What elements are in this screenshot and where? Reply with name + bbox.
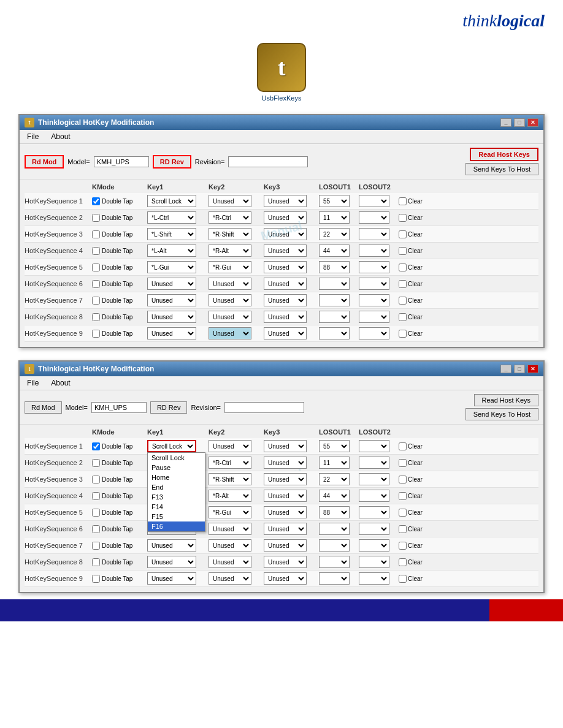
panel2-row7-key1-select[interactable]: Unused <box>147 539 196 552</box>
panel1-row7-key3-select[interactable]: Unused <box>264 294 307 306</box>
panel1-row3-clear-checkbox[interactable] <box>399 230 407 238</box>
panel2-model-input[interactable] <box>91 402 147 413</box>
panel2-menu-file[interactable]: File <box>25 378 41 388</box>
panel2-row5-key2-select[interactable]: *R-Gui <box>209 506 251 518</box>
panel1-row2-key3-select[interactable]: Unused <box>264 211 307 224</box>
panel2-row1-losout2-select[interactable] <box>359 440 389 452</box>
panel2-row8-checkbox[interactable] <box>92 558 100 566</box>
panel2-row3-losout1-select[interactable]: 22 <box>319 473 350 485</box>
panel1-row7-checkbox[interactable] <box>92 297 100 305</box>
panel2-dd-item-scrolllock[interactable]: Scroll Lock <box>148 453 205 463</box>
panel1-row5-checkbox[interactable] <box>92 264 100 271</box>
panel1-row5-losout2-select[interactable] <box>359 261 389 273</box>
panel1-row1-key1-select[interactable]: Scroll LockUnused <box>147 195 196 207</box>
panel2-maximize-button[interactable]: □ <box>514 365 525 373</box>
panel1-send-keys-button[interactable]: Send Keys To Host <box>465 163 538 175</box>
panel2-dd-item-f13[interactable]: F13 <box>148 492 205 502</box>
panel1-window-controls[interactable]: _ □ ✕ <box>500 118 538 127</box>
panel2-row1-key1-select[interactable]: Scroll Lock <box>147 440 196 452</box>
panel2-window-controls[interactable]: _ □ ✕ <box>500 365 538 373</box>
panel1-row6-clear-checkbox[interactable] <box>399 280 407 288</box>
panel2-row4-losout2-select[interactable] <box>359 490 389 502</box>
panel2-row5-losout1-select[interactable]: 88 <box>319 506 350 518</box>
panel1-row5-losout1-select[interactable]: 88 <box>319 261 350 273</box>
panel1-model-input[interactable] <box>94 156 149 167</box>
panel2-rdmod-button[interactable]: Rd Mod <box>25 401 62 414</box>
panel2-row6-losout1-select[interactable] <box>319 523 350 535</box>
panel1-row1-losout2-select[interactable] <box>359 195 389 207</box>
panel1-row1-key3-select[interactable]: Unused <box>264 195 307 207</box>
panel2-row6-key2-select[interactable]: Unused <box>209 523 251 535</box>
panel1-row9-key2-select[interactable]: Unused <box>209 327 251 339</box>
panel1-row7-losout1-select[interactable] <box>319 294 350 306</box>
panel2-row1-key3-select[interactable]: Unused <box>264 440 307 452</box>
panel2-row3-key2-select[interactable]: *R-Shift <box>209 473 251 485</box>
panel2-row8-key1-select[interactable]: Unused <box>147 556 196 568</box>
panel2-row2-key2-select[interactable]: *R-Ctrl <box>209 457 251 469</box>
panel1-row4-clear-checkbox[interactable] <box>399 247 407 255</box>
panel2-rdrev-button[interactable]: RD Rev <box>150 401 188 414</box>
panel2-row7-clear-checkbox[interactable] <box>399 542 407 550</box>
panel1-row6-key1-select[interactable]: Unused <box>147 278 196 290</box>
panel2-row1-losout1-select[interactable]: 55 <box>319 440 350 452</box>
panel2-row9-clear-checkbox[interactable] <box>399 575 407 583</box>
panel2-row2-key3-select[interactable]: Unused <box>264 457 307 469</box>
panel1-revision-input[interactable] <box>228 156 308 167</box>
panel1-menu-about[interactable]: About <box>48 132 72 142</box>
panel1-row9-losout2-select[interactable] <box>359 327 389 339</box>
panel1-row1-checkbox[interactable] <box>92 197 100 205</box>
panel2-row7-losout1-select[interactable] <box>319 539 350 552</box>
panel2-revision-input[interactable] <box>224 402 304 413</box>
panel1-row4-checkbox[interactable] <box>92 247 100 255</box>
panel1-row8-key3-select[interactable]: Unused <box>264 311 307 323</box>
panel2-row9-key2-select[interactable]: Unused <box>209 572 251 585</box>
panel1-row2-clear-checkbox[interactable] <box>399 214 407 222</box>
panel1-row6-losout1-select[interactable] <box>319 278 350 290</box>
panel2-row4-clear-checkbox[interactable] <box>399 492 407 500</box>
panel1-row2-key1-select[interactable]: *L-CtrlUnused <box>147 211 196 224</box>
panel1-row7-key2-select[interactable]: Unused <box>209 294 251 306</box>
panel2-row8-clear-checkbox[interactable] <box>399 558 407 566</box>
panel2-row4-checkbox[interactable] <box>92 492 100 500</box>
panel2-row9-key1-select[interactable]: Unused <box>147 572 196 585</box>
panel1-rdrev-button[interactable]: RD Rev <box>153 155 191 169</box>
panel2-row6-losout2-select[interactable] <box>359 523 389 535</box>
panel1-row8-key1-select[interactable]: Unused <box>147 311 196 323</box>
panel1-row6-losout2-select[interactable] <box>359 278 389 290</box>
panel1-row3-key3-select[interactable]: Unused <box>264 228 307 240</box>
panel2-row4-losout1-select[interactable]: 44 <box>319 490 350 502</box>
panel2-row1-checkbox[interactable] <box>92 442 100 450</box>
panel1-row2-losout2-select[interactable] <box>359 211 389 224</box>
panel1-row4-losout1-select[interactable]: 44 <box>319 245 350 257</box>
panel2-row3-clear-checkbox[interactable] <box>399 476 407 483</box>
panel1-row9-clear-checkbox[interactable] <box>399 330 407 338</box>
panel1-row2-key2-select[interactable]: *R-CtrlUnused <box>209 211 251 224</box>
panel2-row9-losout2-select[interactable] <box>359 572 389 585</box>
panel1-row4-key2-select[interactable]: *R-AltUnused <box>209 245 251 257</box>
panel2-row6-clear-checkbox[interactable] <box>399 525 407 533</box>
panel1-row4-key3-select[interactable]: Unused <box>264 245 307 257</box>
panel1-row8-checkbox[interactable] <box>92 313 100 321</box>
panel1-row7-clear-checkbox[interactable] <box>399 297 407 305</box>
panel1-row7-losout2-select[interactable] <box>359 294 389 306</box>
panel1-row3-key1-select[interactable]: *L-ShiftUnused <box>147 228 196 240</box>
panel2-row6-checkbox[interactable] <box>92 525 100 533</box>
panel2-row7-key3-select[interactable]: Unused <box>264 539 307 552</box>
panel2-row8-key2-select[interactable]: Unused <box>209 556 251 568</box>
panel1-row1-clear-checkbox[interactable] <box>399 197 407 205</box>
panel2-dd-item-f16[interactable]: F16 <box>148 521 205 531</box>
panel1-row7-key1-select[interactable]: Unused <box>147 294 196 306</box>
panel1-read-host-keys-button[interactable]: Read Host Keys <box>470 148 538 161</box>
panel2-row5-checkbox[interactable] <box>92 509 100 517</box>
panel1-minimize-button[interactable]: _ <box>500 118 511 127</box>
panel1-row2-checkbox[interactable] <box>92 214 100 222</box>
panel2-row3-checkbox[interactable] <box>92 476 100 483</box>
panel2-dd-item-home[interactable]: Home <box>148 472 205 482</box>
panel1-row3-key2-select[interactable]: *R-ShiftUnused <box>209 228 251 240</box>
panel1-row1-key2-select[interactable]: Unused <box>209 195 251 207</box>
panel1-row8-clear-checkbox[interactable] <box>399 313 407 321</box>
panel2-send-keys-button[interactable]: Send Keys To Host <box>465 408 538 420</box>
panel2-row5-clear-checkbox[interactable] <box>399 509 407 517</box>
panel2-row9-losout1-select[interactable] <box>319 572 350 585</box>
panel1-row5-clear-checkbox[interactable] <box>399 264 407 271</box>
